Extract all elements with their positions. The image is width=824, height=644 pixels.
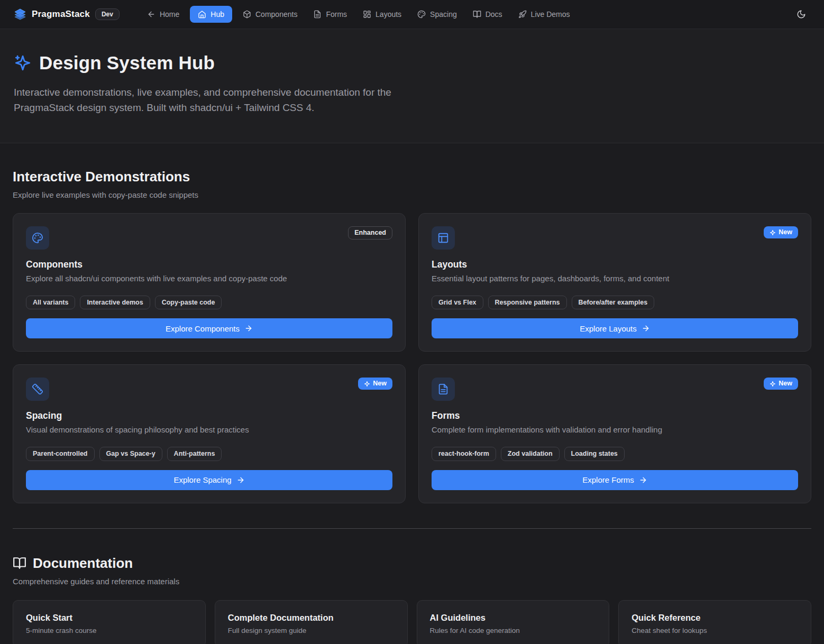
demos-section-title: Interactive Demonstrations — [13, 169, 811, 185]
doc-card-grid: Quick Start 5-minute crash course Comple… — [13, 600, 811, 644]
sparkles-icon — [770, 381, 776, 387]
file-text-icon — [432, 378, 455, 401]
nav-item-components[interactable]: Components — [237, 6, 303, 23]
tag: Anti-patterns — [167, 447, 222, 461]
tag: Interactive demos — [80, 296, 150, 309]
home-icon — [198, 10, 206, 19]
tag: Zod validation — [501, 447, 560, 461]
hero: Design System Hub Interactive demonstrat… — [0, 29, 824, 143]
main-nav: Home Hub Components Forms Layouts — [142, 6, 792, 23]
sparkles-icon — [770, 229, 776, 236]
card-description: Visual demonstrations of spacing philoso… — [26, 425, 392, 434]
tag: Responsive patterns — [488, 296, 567, 309]
explore-components-button[interactable]: Explore Components — [26, 318, 392, 338]
demos-section: Interactive Demonstrations Explore live … — [13, 169, 811, 503]
palette-icon — [26, 226, 49, 250]
arrow-right-icon — [236, 476, 245, 484]
doc-card-description: 5-minute crash course — [26, 627, 193, 634]
tag: Loading states — [564, 447, 625, 461]
docs-section-title: Documentation — [33, 555, 133, 572]
card-title: Forms — [432, 410, 798, 421]
doc-card-description: Full design system guide — [228, 627, 395, 634]
demo-card-layouts: New Layouts Essential layout patterns fo… — [418, 213, 811, 352]
demo-card-spacing: New Spacing Visual demonstrations of spa… — [13, 364, 406, 503]
doc-card-title: Quick Start — [26, 613, 193, 623]
nav-item-layouts[interactable]: Layouts — [358, 6, 407, 23]
docs-section-subtitle: Comprehensive guides and reference mater… — [13, 577, 811, 586]
nav-item-forms[interactable]: Forms — [308, 6, 352, 23]
tag: Parent-controlled — [26, 447, 95, 461]
tag: Before/after examples — [572, 296, 655, 309]
nav-item-hub[interactable]: Hub — [190, 6, 232, 23]
card-tags: react-hook-form Zod validation Loading s… — [432, 447, 798, 461]
dev-badge: Dev — [95, 8, 120, 20]
arrow-left-icon — [147, 10, 155, 19]
new-badge: New — [764, 226, 798, 238]
brand-name: PragmaStack — [32, 9, 90, 20]
demo-card-grid: Enhanced Components Explore all shadcn/u… — [13, 213, 811, 503]
palette-icon — [417, 10, 426, 19]
rocket-icon — [518, 10, 527, 19]
arrow-right-icon — [642, 324, 650, 333]
arrow-right-icon — [639, 476, 647, 484]
doc-card-title: Quick Reference — [631, 613, 798, 623]
theme-toggle-button[interactable] — [792, 5, 810, 23]
demo-card-components: Enhanced Components Explore all shadcn/u… — [13, 213, 406, 352]
box-icon — [243, 10, 251, 19]
tag: Grid vs Flex — [432, 296, 483, 309]
sparkles-icon — [14, 54, 32, 72]
card-tags: Parent-controlled Gap vs Space-y Anti-pa… — [26, 447, 392, 461]
moon-icon — [796, 10, 806, 19]
card-description: Explore all shadcn/ui components with li… — [26, 274, 392, 283]
brand[interactable]: PragmaStack Dev — [14, 8, 120, 21]
enhanced-badge: Enhanced — [348, 226, 392, 240]
card-title: Layouts — [432, 259, 798, 270]
book-open-icon — [13, 556, 26, 570]
card-title: Components — [26, 259, 392, 270]
file-text-icon — [313, 10, 322, 19]
hero-description: Interactive demonstrations, live example… — [14, 85, 416, 115]
explore-spacing-button[interactable]: Explore Spacing — [26, 470, 392, 490]
doc-card-complete-documentation[interactable]: Complete Documentation Full design syste… — [215, 600, 408, 644]
section-divider — [13, 528, 811, 529]
navbar: PragmaStack Dev Home Hub Components Fo — [0, 0, 824, 29]
nav-item-home[interactable]: Home — [142, 6, 185, 23]
doc-card-description: Cheat sheet for lookups — [631, 627, 798, 634]
explore-layouts-button[interactable]: Explore Layouts — [432, 318, 798, 338]
page-title: Design System Hub — [39, 52, 215, 73]
doc-card-title: Complete Documentation — [228, 613, 395, 623]
arrow-right-icon — [244, 324, 253, 333]
card-tags: All variants Interactive demos Copy-past… — [26, 296, 392, 309]
new-badge: New — [764, 378, 798, 390]
ruler-icon — [26, 378, 49, 401]
tag: react-hook-form — [432, 447, 496, 461]
layout-grid-icon — [363, 10, 371, 19]
tag: Copy-paste code — [155, 296, 222, 309]
new-badge: New — [358, 378, 392, 390]
tag: All variants — [26, 296, 75, 309]
doc-card-description: Rules for AI code generation — [430, 627, 597, 634]
nav-item-live-demos[interactable]: Live Demos — [513, 6, 575, 23]
tag: Gap vs Space-y — [99, 447, 162, 461]
demo-card-forms: New Forms Complete form implementations … — [418, 364, 811, 503]
sparkles-icon — [364, 381, 370, 387]
doc-card-quick-start[interactable]: Quick Start 5-minute crash course — [13, 600, 206, 644]
doc-card-title: AI Guidelines — [430, 613, 597, 623]
explore-forms-button[interactable]: Explore Forms — [432, 470, 798, 490]
doc-card-quick-reference[interactable]: Quick Reference Cheat sheet for lookups — [618, 600, 811, 644]
main-content: Interactive Demonstrations Explore live … — [0, 143, 824, 644]
demos-section-subtitle: Explore live examples with copy-paste co… — [13, 190, 811, 199]
doc-card-ai-guidelines[interactable]: AI Guidelines Rules for AI code generati… — [417, 600, 610, 644]
card-description: Essential layout patterns for pages, das… — [432, 274, 798, 283]
docs-section: Documentation Comprehensive guides and r… — [13, 555, 811, 644]
nav-item-spacing[interactable]: Spacing — [412, 6, 462, 23]
card-title: Spacing — [26, 410, 392, 421]
card-tags: Grid vs Flex Responsive patterns Before/… — [432, 296, 798, 309]
panels-top-left-icon — [432, 226, 455, 250]
book-open-icon — [473, 10, 481, 19]
layers-logo-icon — [14, 8, 26, 21]
card-description: Complete form implementations with valid… — [432, 425, 798, 434]
nav-item-docs[interactable]: Docs — [468, 6, 508, 23]
